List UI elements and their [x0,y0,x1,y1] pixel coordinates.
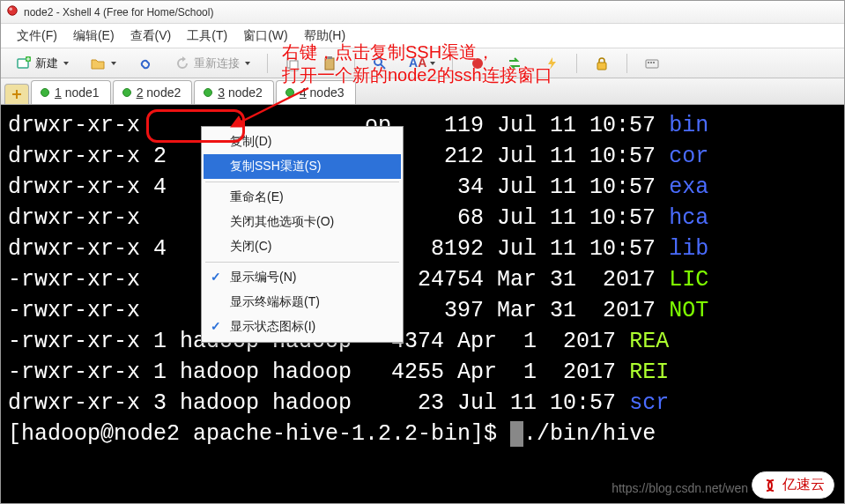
menu-close-other-tabs[interactable]: 关闭其他选项卡(O) [204,210,401,234]
tab-label: 3 node2 [218,85,263,100]
folder-open-icon [90,56,106,71]
tab-node1[interactable]: 1 node1 [31,80,111,104]
check-icon: ✓ [211,270,221,284]
tab-label: 2 node2 [137,85,182,100]
app-icon [6,4,19,19]
menu-edit[interactable]: 编辑(E) [73,28,115,44]
reconnect-label: 重新连接 [194,56,240,71]
brand-badge: 亿速云 [752,471,834,499]
dropdown-icon [111,62,116,65]
svg-rect-10 [597,63,606,70]
menu-close[interactable]: 关闭(C) [204,234,401,259]
plus-icon [11,88,23,100]
status-icon [122,88,131,97]
keyboard-button[interactable] [638,52,666,75]
svg-rect-12 [648,62,649,63]
tab-label: 1 node1 [55,85,100,100]
tab-label: 4 node3 [300,85,345,100]
menu-show-number[interactable]: ✓显示编号(N) [204,265,401,290]
dropdown-icon [63,62,69,65]
lock-icon [594,56,610,71]
status-icon [41,88,49,97]
svg-point-1 [10,8,13,11]
status-icon [285,88,294,97]
tab-context-menu: 复制(D) 复制SSH渠道(S) 重命名(E) 关闭其他选项卡(O) 关闭(C)… [201,126,404,343]
separator [267,54,268,73]
tab-node2-2[interactable]: 3 node2 [194,80,274,104]
link-button[interactable] [131,52,159,75]
menu-copy-ssh-channel[interactable]: 复制SSH渠道(S) [204,154,401,179]
menu-separator [205,182,399,182]
link-icon [137,56,153,71]
menu-view[interactable]: 查看(V) [130,28,172,44]
brand-icon [761,477,779,494]
menu-show-terminal-title[interactable]: 显示终端标题(T) [204,290,401,315]
terminal[interactable]: drwxr-xr-x op 119 Jul 11 10:57 bin drwxr… [1,105,844,503]
new-button[interactable]: 新建 [10,52,75,75]
lock-button[interactable] [588,52,616,75]
window-title: node2 - Xshell 4 (Free for Home/School) [24,6,213,19]
menu-file[interactable]: 文件(F) [17,28,57,44]
tab-node2-active[interactable]: 2 node2 [113,80,193,104]
separator [626,54,627,73]
separator [576,54,577,73]
svg-rect-13 [650,62,652,63]
menu-copy[interactable]: 复制(D) [204,130,401,154]
keyboard-icon [644,56,660,71]
titlebar: node2 - Xshell 4 (Free for Home/School) [1,1,844,24]
add-tab-button[interactable] [4,84,29,104]
reconnect-icon [174,56,190,71]
open-button[interactable] [84,52,122,75]
watermark: https://blog.csdn.net/wen [612,481,748,495]
menu-tools[interactable]: 工具(T) [187,28,227,44]
new-session-icon [16,56,32,71]
status-icon [204,88,212,97]
svg-rect-14 [653,62,655,63]
menu-separator [205,262,399,263]
dropdown-icon [245,62,250,65]
new-button-label: 新建 [35,56,58,71]
svg-rect-11 [646,60,658,68]
brand-label: 亿速云 [782,476,825,494]
menu-show-status-icon[interactable]: ✓显示状态图标(I) [204,315,401,339]
svg-point-0 [8,6,18,16]
menu-rename[interactable]: 重命名(E) [204,185,401,210]
check-icon: ✓ [211,319,221,333]
annotation-text: 右键，点击复制SSH渠道， 打开一个新的node2的ssh连接窗口 [282,41,552,86]
reconnect-button[interactable]: 重新连接 [168,52,256,75]
